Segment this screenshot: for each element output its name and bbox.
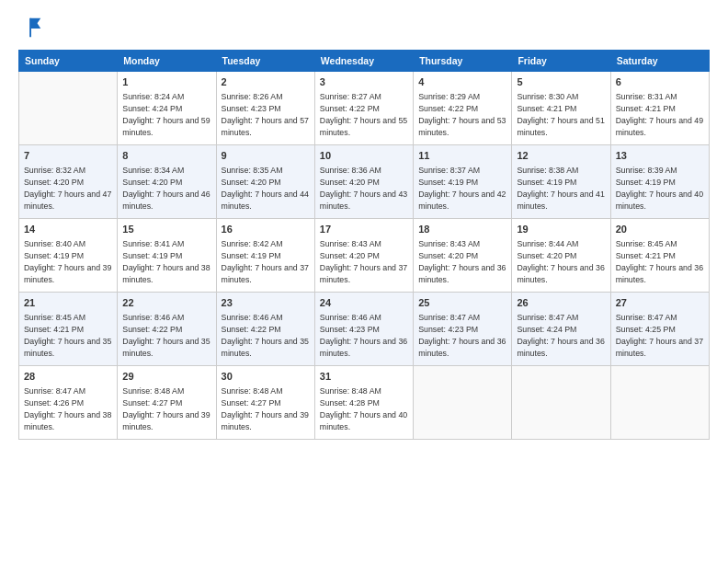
daylight-label: Daylight: 7 hours and 49 minutes. [616, 116, 703, 137]
day-detail: Sunrise: 8:41 AMSunset: 4:19 PMDaylight:… [122, 238, 210, 285]
weekday-header-tuesday: Tuesday [216, 51, 314, 72]
day-detail: Sunrise: 8:48 AMSunset: 4:28 PMDaylight:… [320, 385, 408, 432]
day-detail: Sunrise: 8:36 AMSunset: 4:20 PMDaylight:… [320, 165, 408, 212]
calendar-cell: 20Sunrise: 8:45 AMSunset: 4:21 PMDayligh… [610, 219, 709, 293]
sunrise-label: Sunrise: 8:47 AM [517, 313, 578, 322]
calendar-cell: 4Sunrise: 8:29 AMSunset: 4:22 PMDaylight… [414, 72, 512, 145]
sunset-label: Sunset: 4:25 PM [616, 325, 676, 334]
sunrise-label: Sunrise: 8:32 AM [24, 166, 85, 175]
daylight-label: Daylight: 7 hours and 57 minutes. [222, 116, 309, 137]
day-detail: Sunrise: 8:40 AMSunset: 4:19 PMDaylight:… [24, 238, 112, 285]
sunset-label: Sunset: 4:20 PM [222, 178, 281, 187]
sunrise-label: Sunrise: 8:47 AM [24, 386, 85, 396]
calendar: SundayMondayTuesdayWednesdayThursdayFrid… [18, 50, 710, 440]
calendar-cell: 30Sunrise: 8:48 AMSunset: 4:27 PMDayligh… [216, 366, 314, 440]
sunset-label: Sunset: 4:23 PM [222, 104, 281, 113]
day-number: 13 [616, 149, 704, 163]
sunrise-label: Sunrise: 8:40 AM [24, 239, 85, 248]
calendar-cell: 23Sunrise: 8:46 AMSunset: 4:22 PMDayligh… [216, 293, 314, 366]
weekday-header-monday: Monday [118, 51, 216, 72]
day-detail: Sunrise: 8:26 AMSunset: 4:23 PMDaylight:… [222, 91, 310, 138]
day-detail: Sunrise: 8:46 AMSunset: 4:23 PMDaylight:… [320, 312, 408, 359]
day-number: 24 [320, 296, 408, 310]
day-detail: Sunrise: 8:42 AMSunset: 4:19 PMDaylight:… [222, 238, 310, 285]
calendar-cell: 22Sunrise: 8:46 AMSunset: 4:22 PMDayligh… [118, 293, 216, 366]
day-detail: Sunrise: 8:43 AMSunset: 4:20 PMDaylight:… [320, 238, 408, 285]
daylight-label: Daylight: 7 hours and 37 minutes. [222, 263, 309, 284]
logo [18, 15, 46, 40]
sunrise-label: Sunrise: 8:48 AM [320, 386, 381, 396]
day-detail: Sunrise: 8:48 AMSunset: 4:27 PMDaylight:… [122, 385, 210, 432]
calendar-cell [512, 366, 610, 440]
sunset-label: Sunset: 4:19 PM [616, 178, 676, 187]
sunset-label: Sunset: 4:20 PM [24, 178, 84, 187]
calendar-cell: 2Sunrise: 8:26 AMSunset: 4:23 PMDaylight… [216, 72, 314, 145]
day-detail: Sunrise: 8:24 AMSunset: 4:24 PMDaylight:… [122, 91, 210, 138]
calendar-cell: 25Sunrise: 8:47 AMSunset: 4:23 PMDayligh… [414, 293, 512, 366]
day-number: 20 [616, 223, 704, 236]
daylight-label: Daylight: 7 hours and 38 minutes. [122, 263, 210, 284]
calendar-cell: 29Sunrise: 8:48 AMSunset: 4:27 PMDayligh… [118, 366, 216, 440]
sunrise-label: Sunrise: 8:39 AM [616, 166, 677, 175]
sunset-label: Sunset: 4:22 PM [320, 104, 380, 113]
daylight-label: Daylight: 7 hours and 35 minutes. [122, 337, 210, 358]
day-detail: Sunrise: 8:45 AMSunset: 4:21 PMDaylight:… [24, 312, 112, 359]
day-detail: Sunrise: 8:46 AMSunset: 4:22 PMDaylight:… [222, 312, 310, 359]
weekday-header-wednesday: Wednesday [314, 51, 413, 72]
calendar-cell: 31Sunrise: 8:48 AMSunset: 4:28 PMDayligh… [314, 366, 413, 440]
daylight-label: Daylight: 7 hours and 39 minutes. [222, 410, 309, 431]
day-detail: Sunrise: 8:30 AMSunset: 4:21 PMDaylight:… [517, 91, 605, 138]
weekday-header-friday: Friday [512, 51, 610, 72]
sunset-label: Sunset: 4:20 PM [320, 178, 380, 187]
sunrise-label: Sunrise: 8:35 AM [222, 166, 283, 175]
daylight-label: Daylight: 7 hours and 37 minutes. [616, 337, 703, 358]
day-number: 8 [122, 149, 210, 163]
day-number: 28 [24, 370, 112, 384]
daylight-label: Daylight: 7 hours and 47 minutes. [24, 190, 111, 211]
daylight-label: Daylight: 7 hours and 51 minutes. [517, 116, 604, 137]
daylight-label: Daylight: 7 hours and 36 minutes. [616, 263, 703, 284]
day-number: 21 [24, 296, 112, 310]
day-detail: Sunrise: 8:38 AMSunset: 4:19 PMDaylight:… [517, 165, 605, 212]
calendar-cell: 24Sunrise: 8:46 AMSunset: 4:23 PMDayligh… [314, 293, 413, 366]
sunrise-label: Sunrise: 8:34 AM [122, 166, 184, 175]
daylight-label: Daylight: 7 hours and 36 minutes. [418, 337, 506, 358]
sunset-label: Sunset: 4:19 PM [418, 178, 478, 187]
daylight-label: Daylight: 7 hours and 39 minutes. [24, 263, 111, 284]
daylight-label: Daylight: 7 hours and 36 minutes. [320, 337, 407, 358]
weekday-header-sunday: Sunday [19, 51, 118, 72]
sunrise-label: Sunrise: 8:42 AM [222, 239, 283, 248]
calendar-cell: 6Sunrise: 8:31 AMSunset: 4:21 PMDaylight… [610, 72, 709, 145]
calendar-cell: 26Sunrise: 8:47 AMSunset: 4:24 PMDayligh… [512, 293, 610, 366]
day-detail: Sunrise: 8:37 AMSunset: 4:19 PMDaylight:… [418, 165, 506, 212]
sunset-label: Sunset: 4:28 PM [320, 398, 380, 408]
day-detail: Sunrise: 8:47 AMSunset: 4:23 PMDaylight:… [418, 312, 506, 359]
week-row-1: 1Sunrise: 8:24 AMSunset: 4:24 PMDaylight… [19, 72, 710, 145]
weekday-header-saturday: Saturday [610, 51, 709, 72]
sunrise-label: Sunrise: 8:30 AM [517, 92, 578, 101]
weekday-header-row: SundayMondayTuesdayWednesdayThursdayFrid… [19, 51, 710, 72]
sunrise-label: Sunrise: 8:36 AM [320, 166, 381, 175]
day-detail: Sunrise: 8:44 AMSunset: 4:20 PMDaylight:… [517, 238, 605, 285]
calendar-cell: 19Sunrise: 8:44 AMSunset: 4:20 PMDayligh… [512, 219, 610, 293]
sunrise-label: Sunrise: 8:43 AM [320, 239, 381, 248]
sunset-label: Sunset: 4:20 PM [122, 178, 182, 187]
calendar-cell [610, 366, 709, 440]
calendar-cell: 13Sunrise: 8:39 AMSunset: 4:19 PMDayligh… [610, 145, 709, 219]
day-number: 16 [222, 223, 310, 236]
sunset-label: Sunset: 4:27 PM [222, 398, 281, 408]
week-row-4: 21Sunrise: 8:45 AMSunset: 4:21 PMDayligh… [19, 293, 710, 366]
sunset-label: Sunset: 4:21 PM [616, 104, 676, 113]
sunset-label: Sunset: 4:19 PM [517, 178, 576, 187]
daylight-label: Daylight: 7 hours and 39 minutes. [122, 410, 210, 431]
day-detail: Sunrise: 8:27 AMSunset: 4:22 PMDaylight:… [320, 91, 408, 138]
daylight-label: Daylight: 7 hours and 36 minutes. [517, 337, 604, 358]
sunrise-label: Sunrise: 8:44 AM [517, 239, 578, 248]
calendar-cell: 11Sunrise: 8:37 AMSunset: 4:19 PMDayligh… [414, 145, 512, 219]
day-detail: Sunrise: 8:39 AMSunset: 4:19 PMDaylight:… [616, 165, 704, 212]
calendar-cell: 18Sunrise: 8:43 AMSunset: 4:20 PMDayligh… [414, 219, 512, 293]
daylight-label: Daylight: 7 hours and 43 minutes. [320, 190, 407, 211]
daylight-label: Daylight: 7 hours and 55 minutes. [320, 116, 407, 137]
day-detail: Sunrise: 8:47 AMSunset: 4:24 PMDaylight:… [517, 312, 605, 359]
sunrise-label: Sunrise: 8:45 AM [616, 239, 677, 248]
